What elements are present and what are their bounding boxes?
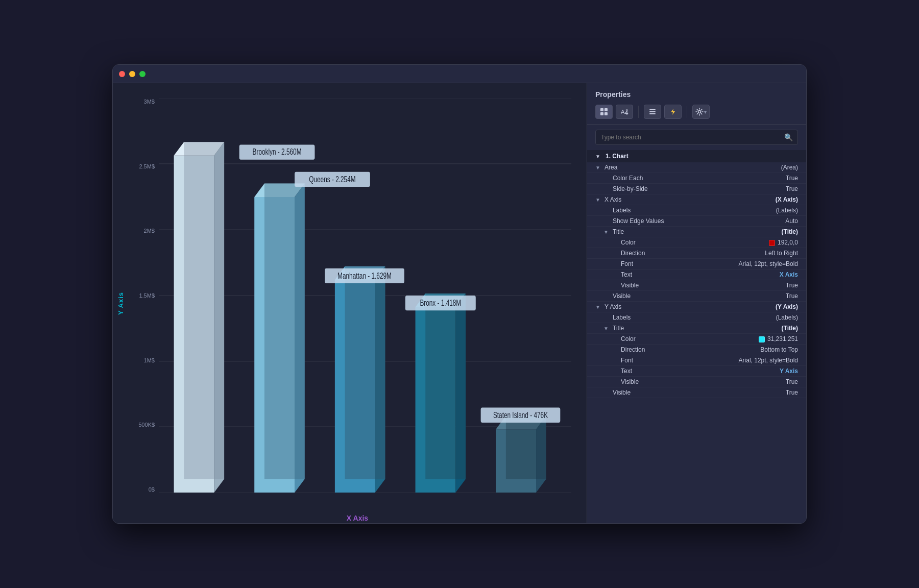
svg-point-51 — [698, 111, 701, 113]
svg-text:Brooklyn - 2.560M: Brooklyn - 2.560M — [253, 148, 302, 157]
chart-inner: Y Axis 3M$ 2.5M$ 2M$ 1.5M$ 1M$ 500K$ 0$ — [113, 83, 587, 523]
svg-rect-43 — [604, 108, 608, 111]
chart-plot: 3M$ 2.5M$ 2M$ 1.5M$ 1M$ 500K$ 0$ — [128, 83, 587, 523]
svg-marker-18 — [345, 266, 385, 479]
prop-row-yaxis-visible-inner[interactable]: Visible True — [587, 377, 806, 387]
prop-arrow: ▼ — [595, 304, 602, 310]
sort-button[interactable]: AZ — [616, 105, 633, 119]
prop-row-xaxis-labels[interactable]: Labels (Labels) — [587, 205, 806, 216]
prop-value: X Axis — [780, 271, 806, 278]
color-swatch-yaxis — [759, 336, 765, 342]
prop-name: Font — [619, 357, 739, 364]
prop-row-xaxis[interactable]: ▼ X Axis (X Axis) — [587, 194, 806, 205]
y-tick: 2.5M$ — [128, 163, 159, 169]
svg-text:Staten Island - 476K: Staten Island - 476K — [493, 410, 548, 420]
color-swatch-xaxis — [769, 240, 775, 246]
close-button[interactable] — [119, 71, 125, 77]
prop-row-xaxis-visible-inner[interactable]: Visible True — [587, 280, 806, 291]
svg-rect-49 — [649, 113, 656, 114]
prop-name: Color — [619, 335, 759, 342]
maximize-button[interactable] — [139, 71, 146, 77]
y-tick: 1M$ — [128, 357, 159, 363]
x-axis-title: X Axis — [347, 514, 368, 522]
prop-arrow: ▼ — [595, 197, 602, 203]
prop-name: Title — [611, 325, 782, 332]
toolbar-separator2 — [687, 106, 687, 118]
prop-row-area[interactable]: ▼ Area (Area) — [587, 162, 806, 173]
prop-value: (X Axis) — [776, 196, 806, 203]
prop-name: Color — [619, 239, 769, 246]
prop-name: Labels — [611, 314, 776, 321]
prop-row-xaxis-title[interactable]: ▼ Title (Title) — [587, 227, 806, 237]
lightning-button[interactable] — [664, 105, 682, 119]
prop-name: X Axis — [602, 196, 776, 203]
prop-row-yaxis-font[interactable]: Font Arial, 12pt, style=Bold — [587, 355, 806, 366]
search-icon: 🔍 — [784, 133, 793, 141]
search-input[interactable] — [595, 130, 798, 145]
minimize-button[interactable] — [129, 71, 135, 77]
prop-value: (Title) — [782, 228, 806, 235]
prop-name: Visible — [611, 389, 786, 396]
y-tick: 1.5M$ — [128, 292, 159, 299]
prop-row-xaxis-visible[interactable]: Visible True — [587, 291, 806, 302]
chart-area: Y Axis 3M$ 2.5M$ 2M$ 1.5M$ 1M$ 500K$ 0$ — [113, 83, 587, 523]
prop-value: 192,0,0 — [769, 239, 806, 246]
prop-name: Direction — [619, 250, 765, 257]
svg-marker-26 — [506, 416, 546, 479]
grid-view-button[interactable] — [595, 105, 613, 119]
prop-row-yaxis-color[interactable]: Color 31,231,251 — [587, 334, 806, 345]
y-tick: 500K$ — [128, 422, 159, 428]
prop-row-xaxis-text[interactable]: Text X Axis — [587, 270, 806, 280]
svg-text:Queens - 2.254M: Queens - 2.254M — [309, 175, 355, 184]
section-arrow: ▼ — [595, 154, 602, 159]
prop-value: True — [786, 389, 806, 396]
prop-row-yaxis-text[interactable]: Text Y Axis — [587, 366, 806, 377]
prop-value: 31,231,251 — [759, 335, 806, 342]
panel-header: Properties AZ — [587, 83, 806, 125]
prop-row-yaxis-title[interactable]: ▼ Title (Title) — [587, 323, 806, 334]
prop-name: Side-by-Side — [611, 185, 786, 192]
prop-value: True — [786, 185, 806, 192]
y-axis-label: Y Axis — [113, 83, 128, 523]
svg-text:Manhattan - 1.629M: Manhattan - 1.629M — [337, 271, 392, 280]
prop-row-yaxis-visible[interactable]: Visible True — [587, 387, 806, 398]
svg-marker-10 — [184, 142, 224, 479]
panel-toolbar: AZ — [595, 105, 798, 119]
prop-value: Left to Right — [765, 250, 806, 257]
prop-row-color-each[interactable]: Color Each True — [587, 173, 806, 184]
y-ticks: 3M$ 2.5M$ 2M$ 1.5M$ 1M$ 500K$ 0$ — [128, 99, 159, 493]
prop-value: (Area) — [781, 164, 806, 171]
main-window: Y Axis 3M$ 2.5M$ 2M$ 1.5M$ 1M$ 500K$ 0$ — [112, 64, 807, 524]
list-view-button[interactable] — [644, 105, 661, 119]
prop-name: Text — [619, 368, 780, 375]
panel-title: Properties — [595, 90, 798, 99]
prop-name: Color Each — [611, 175, 786, 182]
properties-panel: Properties AZ — [587, 83, 806, 523]
prop-value: Arial, 12pt, style=Bold — [739, 260, 806, 267]
prop-name: Text — [619, 271, 780, 278]
svg-rect-47 — [649, 109, 656, 110]
svg-text:Bronx - 1.418M: Bronx - 1.418M — [420, 298, 461, 307]
prop-name: Title — [611, 228, 782, 235]
prop-row-xaxis-direction[interactable]: Direction Left to Right — [587, 248, 806, 259]
prop-name: Font — [619, 260, 739, 267]
prop-row-xaxis-font[interactable]: Font Arial, 12pt, style=Bold — [587, 259, 806, 270]
prop-row-yaxis[interactable]: ▼ Y Axis (Y Axis) — [587, 302, 806, 312]
prop-value: True — [786, 282, 806, 289]
prop-arrow: ▼ — [603, 229, 611, 235]
section-title: 1. Chart — [606, 153, 628, 160]
prop-value: (Title) — [782, 325, 806, 332]
prop-value: Bottom to Top — [760, 346, 806, 353]
prop-row-yaxis-direction[interactable]: Direction Bottom to Top — [587, 345, 806, 355]
prop-row-show-edge-values[interactable]: Show Edge Values Auto — [587, 216, 806, 227]
prop-row-yaxis-labels[interactable]: Labels (Labels) — [587, 312, 806, 323]
prop-row-side-by-side[interactable]: Side-by-Side True — [587, 184, 806, 194]
section-header-chart[interactable]: ▼ 1. Chart — [587, 150, 806, 162]
toolbar-separator — [638, 106, 639, 118]
settings-button[interactable]: ▾ — [692, 105, 710, 119]
svg-marker-22 — [425, 293, 466, 479]
titlebar — [113, 65, 806, 83]
prop-row-xaxis-color[interactable]: Color 192,0,0 — [587, 237, 806, 248]
properties-tree: ▼ 1. Chart ▼ Area (Area) Color Each True… — [587, 150, 806, 523]
prop-name: Direction — [619, 346, 760, 353]
